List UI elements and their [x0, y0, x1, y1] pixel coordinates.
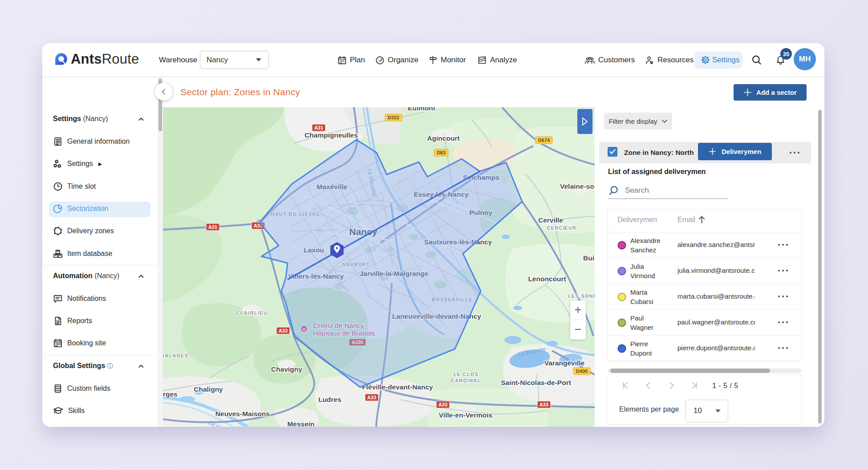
svg-text:Fléville-devant-Nancy: Fléville-devant-Nancy [362, 383, 433, 391]
svg-text:Ville-en-Vermois: Ville-en-Vermois [439, 411, 492, 419]
svg-text:A33: A33 [279, 328, 288, 333]
svg-text:rges: rges [163, 390, 178, 398]
svg-text:D322: D322 [388, 115, 399, 120]
svg-text:A33: A33 [438, 402, 447, 407]
svg-text:A31: A31 [208, 224, 217, 230]
svg-text:A31: A31 [314, 125, 323, 130]
svg-text:D83: D83 [437, 150, 446, 155]
svg-text:Chavigny: Chavigny [271, 365, 302, 373]
svg-text:Agincourt: Agincourt [427, 134, 459, 142]
svg-text:Messein: Messein [287, 420, 314, 427]
svg-text:Cerville: Cerville [538, 216, 563, 224]
svg-text:Chaligny: Chaligny [194, 385, 223, 393]
svg-text:Champigneulles: Champigneulles [304, 131, 358, 139]
svg-text:D400: D400 [576, 369, 588, 374]
svg-text:Velaine-sous-A: Velaine-sous-A [560, 182, 595, 190]
svg-text:Buisso: Buisso [583, 254, 595, 262]
svg-text:Eulmont: Eulmont [408, 107, 435, 112]
svg-text:Saint-Nicolas-de-Port: Saint-Nicolas-de-Port [501, 379, 571, 386]
svg-text:LE CLOS: LE CLOS [454, 372, 479, 377]
svg-text:IALADES: IALADES [163, 353, 188, 358]
svg-text:LES SOND: LES SOND [568, 293, 595, 299]
svg-text:Ludres: Ludres [318, 396, 341, 403]
svg-text:CARDINAL: CARDINAL [451, 378, 481, 383]
svg-text:Lenoncourt: Lenoncourt [528, 275, 566, 283]
svg-text:D674: D674 [538, 138, 550, 143]
svg-text:CERCŒUR: CERCŒUR [547, 225, 577, 231]
svg-text:Neuves-Maisons: Neuves-Maisons [215, 410, 270, 417]
svg-text:A33: A33 [367, 395, 376, 400]
svg-text:CLAIRLIEU: CLAIRLIEU [236, 310, 268, 316]
svg-text:A33: A33 [539, 402, 548, 407]
svg-text:Varangéville: Varangéville [544, 359, 585, 367]
